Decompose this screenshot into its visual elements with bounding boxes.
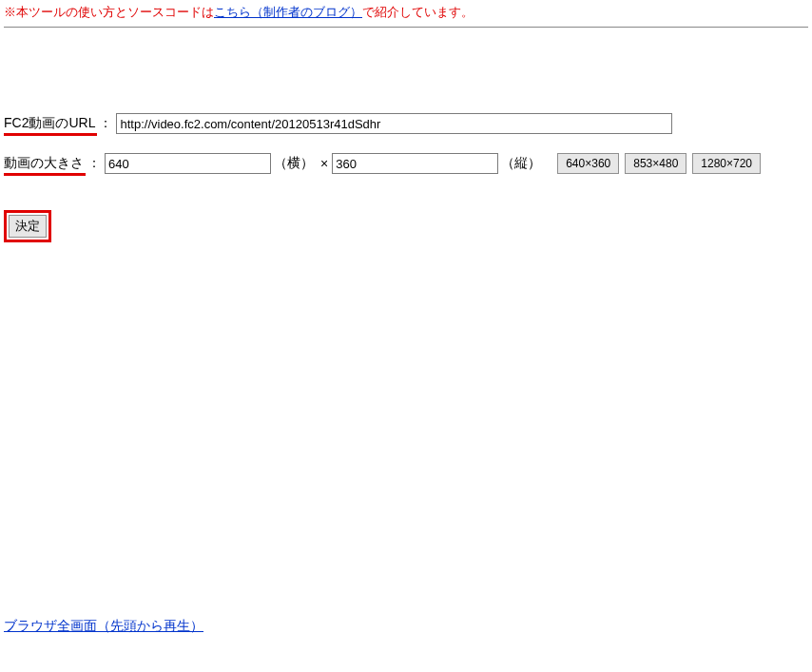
height-label: （縦） [501,155,541,172]
size-row: 動画の大きさ ： （横） × （縦） 640×360 853×480 1280×… [4,153,808,174]
url-label: FC2動画のURL [4,115,95,132]
note-prefix: ※本ツールの使い方とソースコードは [4,5,214,19]
colon: ： [99,115,112,132]
divider [4,27,808,28]
width-input[interactable] [105,153,271,174]
preset-1280[interactable]: 1280×720 [692,153,761,174]
url-row: FC2動画のURL ： [4,113,808,134]
size-label: 動画の大きさ [4,155,84,172]
preset-640[interactable]: 640×360 [557,153,619,174]
url-input[interactable] [116,113,672,134]
preset-853[interactable]: 853×480 [625,153,686,174]
usage-note: ※本ツールの使い方とソースコードはこちら（制作者のブログ）で紹介しています。 [4,4,808,21]
fullscreen-link-row: ブラウザ全画面（先頭から再生） [4,618,808,635]
note-suffix: で紹介しています。 [362,5,474,19]
submit-button[interactable]: 決定 [9,215,47,238]
x-separator: × [320,156,328,171]
submit-highlight: 決定 [4,210,51,242]
height-input[interactable] [332,153,498,174]
width-label: （横） [274,155,314,172]
fullscreen-link[interactable]: ブラウザ全画面（先頭から再生） [4,618,203,633]
colon: ： [87,155,101,172]
author-blog-link[interactable]: こちら（制作者のブログ） [214,5,362,19]
